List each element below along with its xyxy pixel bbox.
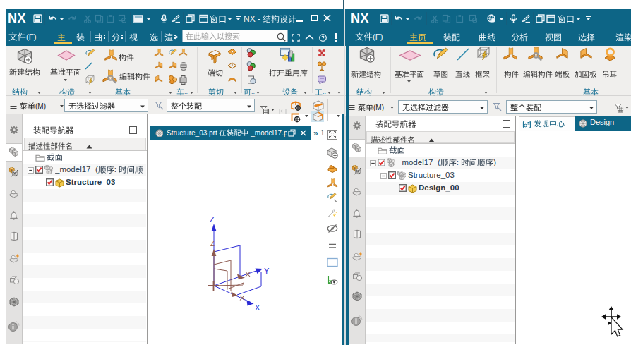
svg-text:Y: Y: [264, 267, 270, 275]
svg-text:Z: Z: [210, 215, 215, 224]
svg-text:X: X: [255, 303, 260, 312]
svg-text:Z: Z: [210, 240, 215, 248]
